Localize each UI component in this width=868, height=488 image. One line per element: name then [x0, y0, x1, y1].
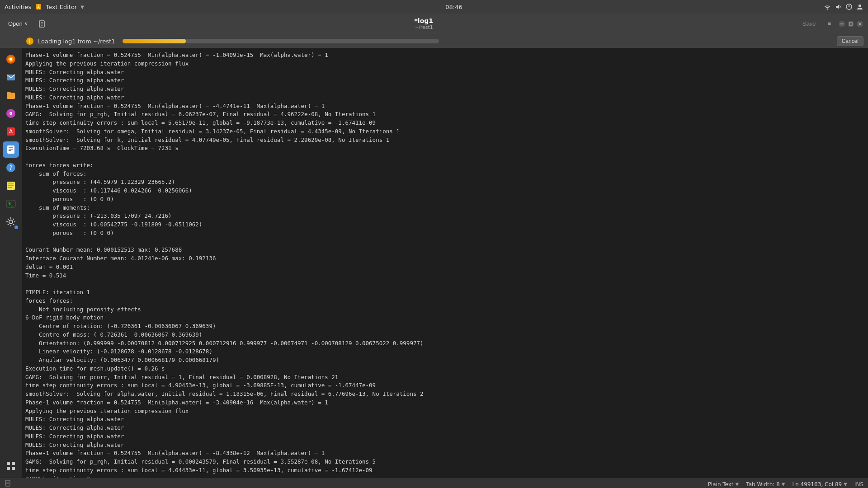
plain-text-label: Plain Text — [708, 481, 734, 488]
app-icon: A — [35, 3, 42, 10]
progress-bar-container — [123, 39, 439, 43]
tab-width-arrow: ▼ — [782, 482, 785, 487]
settings-dot-indicator — [14, 225, 18, 229]
activities-button[interactable]: Activities — [5, 4, 31, 10]
svg-rect-29 — [7, 145, 14, 154]
svg-point-22 — [9, 58, 12, 61]
toolbar-left: Open ∨ — [5, 18, 50, 30]
svg-rect-51 — [12, 462, 15, 465]
loading-area: i Loading log1 from ~/rest1 Cancel — [0, 34, 868, 48]
save-button[interactable]: Save — [798, 19, 821, 29]
content-area[interactable]: Phase-1 volume fraction = 0.524755 Min(a… — [22, 48, 868, 478]
progress-bar-fill — [123, 39, 186, 43]
cursor-position[interactable]: Ln 499163, Col 89 ▼ — [792, 481, 847, 488]
app-menu-arrow[interactable]: ▼ — [80, 5, 84, 9]
time-display: 08:46 — [445, 4, 462, 10]
document-icon — [38, 20, 46, 28]
toolbar-right: Save ≡ — [798, 19, 863, 29]
toolbar-center: *log1 ~/rest1 — [415, 17, 434, 30]
svg-text:A: A — [37, 5, 40, 9]
document-status-icon — [5, 480, 12, 487]
svg-line-47 — [13, 224, 14, 225]
sidebar-item-notes[interactable] — [3, 178, 19, 194]
statusbar-spacer — [5, 480, 701, 488]
sidebar-item-mail[interactable] — [3, 69, 19, 85]
cancel-button[interactable]: Cancel — [837, 36, 863, 46]
topbar: Activities A Text Editor ▼ 08:46 — [0, 0, 868, 14]
plain-text-arrow: ▼ — [736, 482, 739, 487]
svg-point-2 — [826, 9, 828, 10]
power-icon[interactable] — [845, 3, 853, 10]
sidebar-item-software[interactable]: A — [3, 123, 19, 140]
svg-marker-3 — [836, 5, 839, 9]
text-content[interactable]: Phase-1 volume fraction = 0.524755 Min(a… — [22, 48, 868, 478]
open-arrow: ∨ — [24, 21, 28, 27]
sidebar: A ? $_ — [0, 48, 22, 478]
status-icons — [824, 3, 863, 10]
close-button[interactable] — [856, 20, 863, 28]
app-name[interactable]: Text Editor — [46, 4, 77, 10]
svg-line-46 — [8, 219, 9, 220]
sidebar-item-music[interactable] — [3, 105, 19, 122]
minimize-button[interactable] — [838, 20, 845, 28]
loading-left: i Loading log1 from ~/rest1 — [25, 37, 439, 46]
cursor-pos-label: Ln 499163, Col 89 — [792, 481, 842, 488]
topbar-center: 08:46 — [445, 4, 462, 10]
svg-rect-50 — [7, 462, 10, 465]
sidebar-item-help[interactable]: ? — [3, 160, 19, 176]
plain-text-selector[interactable]: Plain Text ▼ — [708, 481, 739, 488]
svg-text:?: ? — [9, 164, 12, 171]
maximize-button[interactable] — [847, 20, 854, 28]
sidebar-item-text-editor[interactable] — [3, 141, 19, 158]
svg-rect-52 — [7, 467, 10, 470]
ins-mode[interactable]: INS — [854, 481, 863, 488]
open-label: Open — [8, 20, 23, 27]
toolbar: Open ∨ *log1 ~/rest1 Save ≡ — [0, 14, 868, 34]
svg-rect-53 — [12, 467, 15, 470]
topbar-right — [824, 3, 863, 10]
svg-text:A: A — [9, 128, 13, 135]
sidebar-item-files[interactable] — [3, 87, 19, 103]
statusbar: Plain Text ▼ Tab Width: 8 ▼ Ln 499163, C… — [0, 478, 868, 488]
file-path: ~/rest1 — [415, 24, 433, 30]
user-icon[interactable] — [856, 3, 863, 10]
svg-text:$_: $_ — [8, 201, 14, 206]
svg-point-6 — [859, 5, 861, 7]
tab-width-selector[interactable]: Tab Width: 8 ▼ — [746, 481, 785, 488]
cursor-pos-arrow: ▼ — [844, 482, 847, 487]
svg-rect-54 — [5, 480, 10, 486]
svg-text:i: i — [29, 39, 31, 44]
svg-point-26 — [10, 113, 11, 114]
window-controls — [838, 20, 863, 28]
svg-line-49 — [8, 224, 9, 225]
document-button[interactable] — [34, 18, 50, 30]
network-icon — [824, 3, 831, 10]
menu-button[interactable]: ≡ — [824, 19, 835, 29]
sidebar-item-settings[interactable] — [3, 214, 19, 230]
sidebar-item-terminal[interactable]: $_ — [3, 196, 19, 212]
tab-width-label: Tab Width: 8 — [746, 481, 779, 488]
ins-label: INS — [854, 481, 863, 488]
topbar-left: Activities A Text Editor ▼ — [5, 3, 84, 10]
open-button[interactable]: Open ∨ — [5, 19, 32, 29]
file-title: *log1 — [415, 17, 434, 24]
volume-icon — [835, 3, 842, 10]
svg-point-13 — [848, 21, 854, 27]
sidebar-item-show-apps[interactable] — [3, 458, 19, 474]
loading-icon: i — [25, 37, 34, 46]
sidebar-item-firefox[interactable] — [3, 51, 19, 67]
svg-line-48 — [13, 219, 14, 220]
loading-text: Loading log1 from ~/rest1 — [38, 38, 115, 45]
main-layout: A ? $_ Ph — [0, 48, 868, 478]
svg-point-41 — [9, 220, 13, 224]
